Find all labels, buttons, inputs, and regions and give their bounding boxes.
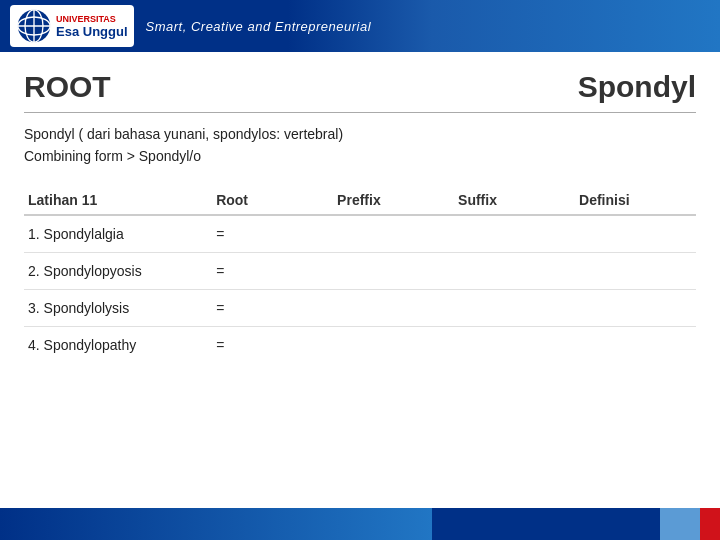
row2-suffix xyxy=(454,252,575,289)
title-row: ROOT Spondyl xyxy=(24,70,696,104)
table-row: 2. Spondylopyosis = xyxy=(24,252,696,289)
title-divider xyxy=(24,112,696,113)
table-row: 3. Spondylolysis = xyxy=(24,289,696,326)
row4-latihan: 4. Spondylopathy xyxy=(24,326,212,363)
header: UNIVERSITAS Esa Unggul Smart, Creative a… xyxy=(0,0,720,52)
col-header-latihan: Latihan 11 xyxy=(24,186,212,215)
header-tagline: Smart, Creative and Entrepreneurial xyxy=(146,19,372,34)
logo-icon xyxy=(16,8,52,44)
exercise-table: Latihan 11 Root Preffix Suffix Definisi … xyxy=(24,186,696,363)
row3-definisi xyxy=(575,289,696,326)
description-line1: Spondyl ( dari bahasa yunani, spondylos:… xyxy=(24,123,696,145)
main-content: ROOT Spondyl Spondyl ( dari bahasa yunan… xyxy=(0,52,720,482)
logo-text: Esa Unggul xyxy=(56,24,128,39)
footer-mid xyxy=(660,508,700,540)
row4-suffix xyxy=(454,326,575,363)
col-header-suffix: Suffix xyxy=(454,186,575,215)
row3-prefix xyxy=(333,289,454,326)
row2-definisi xyxy=(575,252,696,289)
row1-root: = xyxy=(212,215,333,253)
row4-prefix xyxy=(333,326,454,363)
row4-definisi xyxy=(575,326,696,363)
footer-dark xyxy=(432,508,660,540)
row3-latihan: 3. Spondylolysis xyxy=(24,289,212,326)
spondyl-title: Spondyl xyxy=(578,70,696,104)
university-label: UNIVERSITAS xyxy=(56,14,116,24)
logo-area: UNIVERSITAS Esa Unggul xyxy=(10,5,134,47)
description-line2: Combining form > Spondyl/o xyxy=(24,145,696,167)
footer-light xyxy=(700,508,720,540)
description: Spondyl ( dari bahasa yunani, spondylos:… xyxy=(24,123,696,168)
table-row: 4. Spondylopathy = xyxy=(24,326,696,363)
row1-latihan: 1. Spondylalgia xyxy=(24,215,212,253)
col-header-prefix: Preffix xyxy=(333,186,454,215)
row1-prefix xyxy=(333,215,454,253)
root-title: ROOT xyxy=(24,70,111,104)
col-header-definisi: Definisi xyxy=(575,186,696,215)
row1-suffix xyxy=(454,215,575,253)
row3-suffix xyxy=(454,289,575,326)
row2-root: = xyxy=(212,252,333,289)
row4-root: = xyxy=(212,326,333,363)
row1-definisi xyxy=(575,215,696,253)
row3-root: = xyxy=(212,289,333,326)
footer xyxy=(0,508,720,540)
row2-prefix xyxy=(333,252,454,289)
footer-right xyxy=(432,508,720,540)
col-header-root: Root xyxy=(212,186,333,215)
table-header-row: Latihan 11 Root Preffix Suffix Definisi xyxy=(24,186,696,215)
footer-left xyxy=(0,508,432,540)
table-row: 1. Spondylalgia = xyxy=(24,215,696,253)
row2-latihan: 2. Spondylopyosis xyxy=(24,252,212,289)
